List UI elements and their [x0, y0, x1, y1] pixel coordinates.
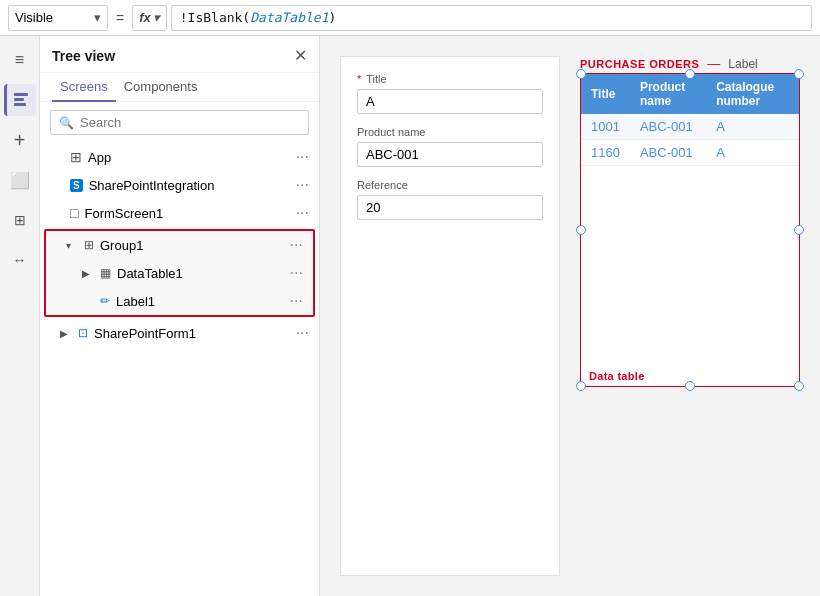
tree-item-label1[interactable]: ✏ Label1 ··· — [46, 287, 313, 315]
handle-tr[interactable] — [794, 69, 804, 79]
sidebar-icon-tree[interactable] — [4, 84, 36, 116]
lbl1-more[interactable]: ··· — [288, 292, 305, 310]
tree-search[interactable]: 🔍 — [50, 110, 309, 135]
main-content: * Title Product name Reference PURCHASE … — [320, 36, 820, 596]
sp-more[interactable]: ··· — [294, 176, 311, 194]
dt1-label: DataTable1 — [117, 266, 284, 281]
spform1-label: SharePointForm1 — [94, 326, 290, 341]
handle-mr[interactable] — [794, 225, 804, 235]
purchase-orders-label: PURCHASE ORDERS — [580, 58, 699, 70]
input-title[interactable] — [357, 89, 543, 114]
tree-item-spform1[interactable]: ▶ ⊡ SharePointForm1 ··· — [40, 319, 319, 347]
spform1-icon: ⊡ — [78, 326, 88, 340]
tree-tabs: Screens Components — [40, 73, 319, 102]
sidebar-icon-settings[interactable]: ↔ — [4, 244, 36, 276]
field-product-name: Product name — [357, 126, 543, 167]
fx-button[interactable]: fx ▾ — [132, 5, 167, 31]
lbl1-label: Label1 — [116, 294, 284, 309]
form-icon: □ — [70, 205, 78, 221]
group1-label: Group1 — [100, 238, 284, 253]
table-row: 1160ABC-001A — [581, 140, 799, 166]
app-label: App — [88, 150, 290, 165]
table-cell: 1160 — [581, 140, 630, 166]
col-title: Title — [581, 74, 630, 114]
table-cell: ABC-001 — [630, 140, 706, 166]
label-product-name: Product name — [357, 126, 543, 138]
handle-bl[interactable] — [576, 381, 586, 391]
table-row: 1001ABC-001A — [581, 114, 799, 140]
expand-spform1: ▶ — [60, 328, 74, 339]
property-selector[interactable]: Visible ▾ — [8, 5, 108, 31]
dt1-icon: ▦ — [100, 266, 111, 280]
data-panel: PURCHASE ORDERS — Label Title — [580, 56, 800, 576]
label-reference: Reference — [357, 179, 543, 191]
tree-close-button[interactable]: ✕ — [294, 48, 307, 64]
form-more[interactable]: ··· — [294, 204, 311, 222]
form-panel: * Title Product name Reference — [340, 56, 560, 576]
formula-input[interactable]: !IsBlank(DataTable1) — [171, 5, 812, 31]
tree-title: Tree view — [52, 48, 115, 64]
sidebar-icons: ≡ + ⬜ ⊞ ↔ — [0, 36, 40, 596]
property-value: Visible — [15, 10, 53, 25]
field-title: * Title — [357, 73, 543, 114]
expand-dt1: ▶ — [82, 268, 96, 279]
connector-dash: — — [707, 56, 720, 71]
sidebar-icon-data[interactable]: ⊞ — [4, 204, 36, 236]
label-title: * Title — [357, 73, 543, 85]
tree-item-group1[interactable]: ▾ ⊞ Group1 ··· — [46, 231, 313, 259]
app-icon: ⊞ — [70, 149, 82, 165]
sp-icon: S — [70, 179, 83, 192]
input-reference[interactable] — [357, 195, 543, 220]
formula-bar: Visible ▾ = fx ▾ !IsBlank(DataTable1) — [0, 0, 820, 36]
search-input[interactable] — [80, 115, 300, 130]
expand-group1: ▾ — [66, 240, 80, 251]
spform1-more[interactable]: ··· — [294, 324, 311, 342]
group-selection-box: ▾ ⊞ Group1 ··· ▶ ▦ DataTable1 ··· ✏ Labe… — [44, 229, 315, 317]
formula-text: !IsBlank(DataTable1) — [180, 10, 337, 25]
data-table: Title Product name Catalogue number 1001… — [581, 74, 799, 166]
tree-panel: Tree view ✕ Screens Components 🔍 ⊞ App ·… — [40, 36, 320, 596]
table-cell: ABC-001 — [630, 114, 706, 140]
sidebar-icon-screen[interactable]: ⬜ — [4, 164, 36, 196]
handle-ml[interactable] — [576, 225, 586, 235]
handle-bc[interactable] — [685, 381, 695, 391]
tree-items: ⊞ App ··· S SharePointIntegration ··· □ … — [40, 143, 319, 596]
handle-br[interactable] — [794, 381, 804, 391]
group1-more[interactable]: ··· — [288, 236, 305, 254]
tree-header: Tree view ✕ — [40, 36, 319, 73]
input-product-name[interactable] — [357, 142, 543, 167]
handle-tl[interactable] — [576, 69, 586, 79]
table-cell: A — [706, 114, 799, 140]
tab-components[interactable]: Components — [116, 73, 206, 102]
handle-tc[interactable] — [685, 69, 695, 79]
lbl1-icon: ✏ — [100, 294, 110, 308]
field-reference: Reference — [357, 179, 543, 220]
connector-label-text: Label — [728, 57, 757, 71]
tree-item-app[interactable]: ⊞ App ··· — [40, 143, 319, 171]
form-label: FormScreen1 — [84, 206, 289, 221]
svg-rect-1 — [14, 98, 24, 101]
sidebar-icon-add[interactable]: + — [4, 124, 36, 156]
table-empty-space — [581, 166, 799, 366]
sp-label: SharePointIntegration — [89, 178, 290, 193]
tree-item-sharepoint-integration[interactable]: S SharePointIntegration ··· — [40, 171, 319, 199]
svg-rect-0 — [14, 93, 28, 96]
dt1-more[interactable]: ··· — [288, 264, 305, 282]
tree-item-datatable1[interactable]: ▶ ▦ DataTable1 ··· — [46, 259, 313, 287]
col-catalogue: Catalogue number — [706, 74, 799, 114]
search-icon: 🔍 — [59, 116, 74, 130]
col-product-name: Product name — [630, 74, 706, 114]
app-more[interactable]: ··· — [294, 148, 311, 166]
table-cell: 1001 — [581, 114, 630, 140]
tab-screens[interactable]: Screens — [52, 73, 116, 102]
svg-rect-2 — [14, 103, 26, 106]
main-layout: ≡ + ⬜ ⊞ ↔ Tree view ✕ Screens Components — [0, 36, 820, 596]
sidebar-icon-menu[interactable]: ≡ — [4, 44, 36, 76]
group1-icon: ⊞ — [84, 238, 94, 252]
equals-sign: = — [112, 10, 128, 26]
tree-item-formscreen[interactable]: □ FormScreen1 ··· — [40, 199, 319, 227]
table-header-row: Title Product name Catalogue number — [581, 74, 799, 114]
table-cell: A — [706, 140, 799, 166]
data-table-selection: Title Product name Catalogue number 1001… — [580, 73, 800, 387]
